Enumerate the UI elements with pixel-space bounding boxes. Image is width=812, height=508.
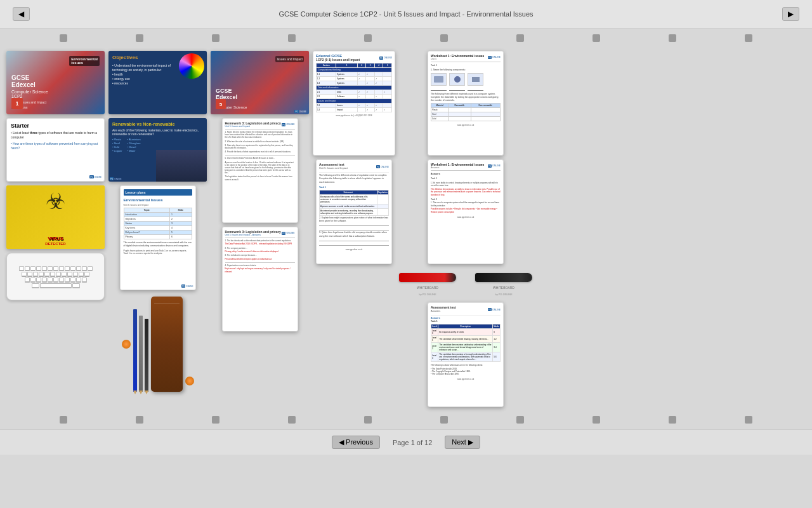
key <box>25 277 30 282</box>
obj-item-2: • health <box>112 72 174 77</box>
doc-gcse-assessment[interactable]: Edexcel GCSE 1CP2 (9-1) Issues and Impac… <box>313 51 395 156</box>
gcse-footer: www.pgonline.co.uk | +44 (0)845 123 1238 <box>316 114 392 117</box>
assess-line-4 <box>319 245 389 246</box>
ws-footer-1: www.pgonline.co.uk <box>431 124 501 126</box>
marker-red-group: WHITEBOARD by PG ONLINE <box>399 273 456 296</box>
doc-assessment-answers[interactable]: Assessment test Answers PG ONLINE Answer… <box>428 302 504 407</box>
lesson-row: Objectives <box>124 217 169 222</box>
ws-input-row <box>431 86 501 91</box>
marker-black-group: WHITEBOARD by PG ONLINE <box>475 273 532 296</box>
keyboard-card <box>6 253 105 300</box>
key <box>30 277 36 282</box>
col-topic: Topic <box>124 208 169 213</box>
ga-header: Edexcel GCSE 1CP2 (9-1) Issues and Impac… <box>316 54 392 62</box>
key <box>36 266 41 271</box>
ws-ans-title: Answers <box>431 173 501 176</box>
pin-bottom-2 <box>136 416 143 424</box>
doc-assessment-test-1[interactable]: Assessment test Unit 5: Issues and Impac… <box>316 159 392 264</box>
pin-bottom-8 <box>593 416 600 424</box>
pg-online-lesson: PG ONLINE <box>181 284 193 288</box>
renewable-subtitle: Are each of the following materials, use… <box>112 128 203 136</box>
ws-sub-1: Unit 5 <box>431 58 484 60</box>
ws-ans-2: 1. The use of a computer system should b… <box>431 201 501 207</box>
ws-ans-task1: Task 1 <box>431 177 501 180</box>
lesson-topic: Environmental Issues <box>124 198 192 202</box>
bottom-prev-button[interactable]: ◀ Previous <box>332 436 380 449</box>
component-img-1 <box>431 73 447 86</box>
key <box>48 266 53 271</box>
leg-q-3: 3. State why there is no requirement for… <box>225 144 295 149</box>
doc-env-worksheet-2[interactable]: Worksheet 1: Environmental issues Answer… <box>428 159 504 264</box>
key <box>36 277 41 282</box>
pin-top-6 <box>440 34 448 42</box>
starter-title: Starter <box>11 123 100 129</box>
gcse-content-table: Section 1 2 3 4 5 Computational thinking… <box>316 63 392 112</box>
slide-virus[interactable]: ☣ VIRUS DETECTED <box>6 185 105 249</box>
assess-line-3 <box>319 241 389 241</box>
leg-ans-2: Privacy policy / cookie consent / data u… <box>225 250 295 253</box>
slide-gcse-environmental[interactable]: Environmentalissues GCSEEdexcel Computer… <box>6 51 105 114</box>
key <box>82 266 87 271</box>
pin-bottom-1 <box>60 416 67 424</box>
ws-header-1: Worksheet 1: Environmental issues Unit 5… <box>431 54 501 62</box>
slide-renewable[interactable]: Renewable vs Non-renewable Are each of t… <box>108 118 207 182</box>
next-button[interactable]: ▶ <box>782 7 799 21</box>
keyboard-row-4 <box>32 283 80 288</box>
key <box>25 266 30 271</box>
leg-q-4: 4. Provide the basis of what organizatio… <box>225 150 295 153</box>
top-pins-row <box>0 29 812 48</box>
right-section: Worksheet 1: Environmental issues Unit 5… <box>399 51 532 407</box>
leg-ans-q1: 1. The law introduced as the relevant da… <box>225 239 295 242</box>
doc-legislation-1[interactable]: Homework 3: Legislation and privacy Unit… <box>222 118 298 223</box>
obj-item-1: • Understand the environmental impact of… <box>112 64 174 72</box>
left-section: Environmentalissues GCSEEdexcel Computer… <box>6 51 105 300</box>
pencils-group <box>133 309 148 392</box>
lesson-row: Introduction <box>124 213 169 217</box>
leg-ans-4: Kept secure / only kept as long as neces… <box>225 267 295 273</box>
key <box>65 277 70 282</box>
assess-header-1: Assessment test Unit 5: Issues and Impac… <box>319 163 389 173</box>
ans-sub-note: • The Data Protection Act 2018.• The Cop… <box>431 368 501 375</box>
pin-top-10 <box>745 34 752 42</box>
pin-top-1 <box>60 34 67 42</box>
ans-title: Answers <box>431 317 501 319</box>
pencil-case <box>151 297 183 392</box>
key <box>59 266 64 271</box>
lesson-additional: Pupils have options to print and use Tas… <box>124 250 192 255</box>
assess-q2: 2. Explain how might organizations give … <box>319 217 389 224</box>
marker-black <box>475 273 532 282</box>
leg-content-2: 1. The law introduced as the relevant da… <box>225 239 295 273</box>
page-title: GCSE Computer Science 1CP2 - Unit 5 Issu… <box>278 10 533 18</box>
key <box>53 277 58 282</box>
doc-lesson-plans[interactable]: Lesson plans Environmental Issues Unit 5… <box>120 185 196 290</box>
leg-header-1: Homework 3: Legislation and privacy Unit… <box>225 121 295 130</box>
leg-line-2 <box>225 262 295 263</box>
pin-top-2 <box>136 34 143 42</box>
center-left-section: Objectives • Understand the environmenta… <box>108 51 207 392</box>
assess-sub-1: Unit 5: Issues and Impact <box>319 166 348 170</box>
slide-starter[interactable]: Starter • List at least three types of s… <box>6 118 105 182</box>
section-data: Data and information <box>317 86 392 90</box>
bottom-pins-row <box>0 410 812 429</box>
bottom-next-button[interactable]: Next ▶ <box>445 436 480 449</box>
markers-area: WHITEBOARD by PG ONLINE WHITEBOARD by PG… <box>399 273 532 296</box>
leg-ans-q4: 4. Organizations must ensure data is: <box>225 264 295 267</box>
key <box>76 266 81 271</box>
spacebar <box>40 283 72 288</box>
ga-logo: PG ONLINE <box>379 57 392 59</box>
lesson-header: Lesson plans <box>124 189 192 196</box>
gcse-subtitle: Computer Science1CP2 <box>11 90 100 98</box>
lesson-row: Starter <box>124 222 169 226</box>
slide-objectives[interactable]: Objectives • Understand the environmenta… <box>108 51 207 114</box>
prev-button[interactable]: ◀ <box>13 7 30 21</box>
doc-env-worksheet-1[interactable]: Worksheet 1: Environmental issues Unit 5… <box>428 51 504 156</box>
ans-note: The following is about what issues are i… <box>431 364 501 366</box>
doc-legislation-2[interactable]: Homework 3: Legislation and privacy Unit… <box>222 227 298 331</box>
key <box>88 266 93 271</box>
lesson-subtitle: Unit 5: Issues and Impact <box>124 204 192 206</box>
ans-footer: www.pgonline.co.uk <box>431 378 501 380</box>
answer-line-3 <box>468 88 483 91</box>
env-badge: Environmentalissues <box>69 56 100 66</box>
bottom-page-info: Page 1 of 12 <box>393 439 432 446</box>
slide-issues-impact[interactable]: GCSEEdexcel Issues and Impact Computer S… <box>211 51 309 114</box>
